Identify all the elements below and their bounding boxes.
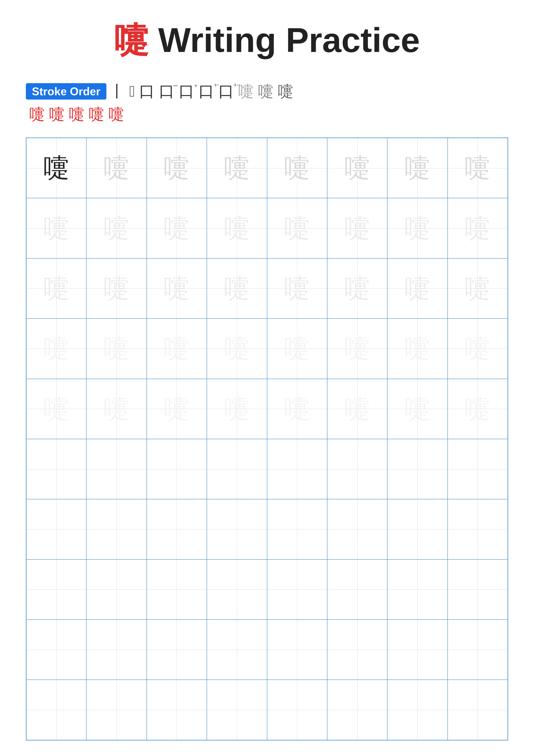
grid-cell-r9c1[interactable] [26,620,87,680]
grid-cell-r1c1[interactable]: 嚏 [26,138,87,198]
grid-cell-r9c4[interactable] [207,620,267,680]
grid-cell-r7c1[interactable] [26,499,87,559]
grid-cell-r10c2[interactable] [87,680,146,740]
grid-cell-r7c4[interactable] [207,499,267,559]
grid-cell-r6c8[interactable] [447,439,508,499]
grid-cell-r1c3[interactable]: 嚏 [147,138,207,198]
grid-cell-r7c2[interactable] [87,499,146,559]
grid-cell-r4c6[interactable]: 嚏 [327,318,387,379]
grid-cell-r10c1[interactable] [26,680,87,740]
grid-cell-r9c3[interactable] [147,620,207,680]
grid-cell-r4c8[interactable]: 嚏 [447,318,508,379]
grid-cell-r2c6[interactable]: 嚏 [327,198,387,258]
grid-cell-r5c4[interactable]: 嚏 [207,379,267,439]
practice-char: 嚏 [344,211,370,246]
grid-cell-r1c6[interactable]: 嚏 [327,138,387,198]
grid-cell-r6c5[interactable] [267,439,327,499]
grid-cell-r9c5[interactable] [267,620,327,680]
grid-cell-r2c3[interactable]: 嚏 [147,198,207,258]
grid-cell-r6c2[interactable] [87,439,146,499]
grid-cell-r3c8[interactable]: 嚏 [447,258,508,318]
grid-cell-r5c6[interactable]: 嚏 [327,379,387,439]
grid-cell-r9c2[interactable] [87,620,146,680]
grid-cell-r4c3[interactable]: 嚏 [147,318,207,379]
grid-cell-r7c5[interactable] [267,499,327,559]
grid-cell-r8c6[interactable] [327,559,387,620]
grid-cell-r6c7[interactable] [387,439,447,499]
grid-cell-r4c2[interactable]: 嚏 [87,318,146,379]
grid-cell-r8c5[interactable] [267,559,327,620]
practice-char: 嚏 [224,211,250,246]
grid-cell-r1c2[interactable]: 嚏 [87,138,146,198]
practice-char: 嚏 [405,150,430,186]
practice-char: 嚏 [224,331,250,366]
grid-cell-r10c3[interactable] [147,680,207,740]
grid-cell-r6c4[interactable] [207,439,267,499]
grid-cell-r8c3[interactable] [147,559,207,620]
grid-cell-r5c1[interactable]: 嚏 [26,379,87,439]
grid-cell-r5c8[interactable]: 嚏 [447,379,508,439]
stroke-order-badge: Stroke Order [26,83,106,99]
grid-cell-r10c4[interactable] [207,680,267,740]
grid-cell-r3c4[interactable]: 嚏 [207,258,267,318]
grid-cell-r1c7[interactable]: 嚏 [387,138,447,198]
stroke-step-11: 嚏 [29,104,45,124]
grid-cell-r3c6[interactable]: 嚏 [327,258,387,318]
grid-cell-r10c7[interactable] [387,680,447,740]
grid-cell-r5c2[interactable]: 嚏 [87,379,146,439]
grid-cell-r10c6[interactable] [327,680,387,740]
grid-cell-r7c6[interactable] [327,499,387,559]
grid-cell-r7c7[interactable] [387,499,447,559]
grid-cell-r6c6[interactable] [327,439,387,499]
stroke-order-row1: Stroke Order 丨 𠃊 口 口─ 口+ 口+· 口+·· 嚏 嚏 嚏 [26,81,508,102]
grid-cell-r1c5[interactable]: 嚏 [267,138,327,198]
grid-cell-r3c7[interactable]: 嚏 [387,258,447,318]
grid-cell-r8c4[interactable] [207,559,267,620]
grid-cell-r8c7[interactable] [387,559,447,620]
grid-cell-r2c1[interactable]: 嚏 [26,198,87,258]
grid-cell-r9c7[interactable] [387,620,447,680]
practice-char: 嚏 [43,271,69,306]
grid-cell-r2c4[interactable]: 嚏 [207,198,267,258]
practice-char: 嚏 [104,331,129,366]
grid-cell-r4c5[interactable]: 嚏 [267,318,327,379]
grid-cell-r9c6[interactable] [327,620,387,680]
grid-cell-r2c8[interactable]: 嚏 [447,198,508,258]
grid-cell-r2c7[interactable]: 嚏 [387,198,447,258]
page-title: 嚏 Writing Practice [26,17,508,64]
practice-char: 嚏 [104,150,129,186]
grid-cell-r5c7[interactable]: 嚏 [387,379,447,439]
grid-cell-r5c3[interactable]: 嚏 [147,379,207,439]
grid-cell-r3c5[interactable]: 嚏 [267,258,327,318]
grid-cell-r2c2[interactable]: 嚏 [87,198,146,258]
practice-char: 嚏 [164,271,190,306]
practice-char: 嚏 [104,271,129,306]
grid-cell-r10c5[interactable] [267,680,327,740]
grid-cell-r4c7[interactable]: 嚏 [387,318,447,379]
practice-char: 嚏 [284,331,310,366]
grid-cell-r6c1[interactable] [26,439,87,499]
grid-cell-r8c8[interactable] [447,559,508,620]
grid-cell-r8c2[interactable] [87,559,146,620]
grid-cell-r5c5[interactable]: 嚏 [267,379,327,439]
grid-cell-r4c1[interactable]: 嚏 [26,318,87,379]
practice-char: 嚏 [164,211,190,246]
grid-cell-r2c5[interactable]: 嚏 [267,198,327,258]
grid-cell-r9c8[interactable] [447,620,508,680]
grid-cell-r3c1[interactable]: 嚏 [26,258,87,318]
grid-cell-r6c3[interactable] [147,439,207,499]
practice-char: 嚏 [344,331,370,366]
grid-cell-r7c8[interactable] [447,499,508,559]
grid-cell-r1c4[interactable]: 嚏 [207,138,267,198]
grid-cell-r3c2[interactable]: 嚏 [87,258,146,318]
grid-cell-r10c8[interactable] [447,680,508,740]
stroke-step-5: 口+ [179,81,194,102]
grid-cell-r1c8[interactable]: 嚏 [447,138,508,198]
practice-char: 嚏 [405,211,430,246]
grid-cell-r3c3[interactable]: 嚏 [147,258,207,318]
grid-cell-r7c3[interactable] [147,499,207,559]
practice-char: 嚏 [284,150,310,186]
stroke-step-10: 嚏 [278,81,293,102]
grid-cell-r4c4[interactable]: 嚏 [207,318,267,379]
grid-cell-r8c1[interactable] [26,559,87,620]
